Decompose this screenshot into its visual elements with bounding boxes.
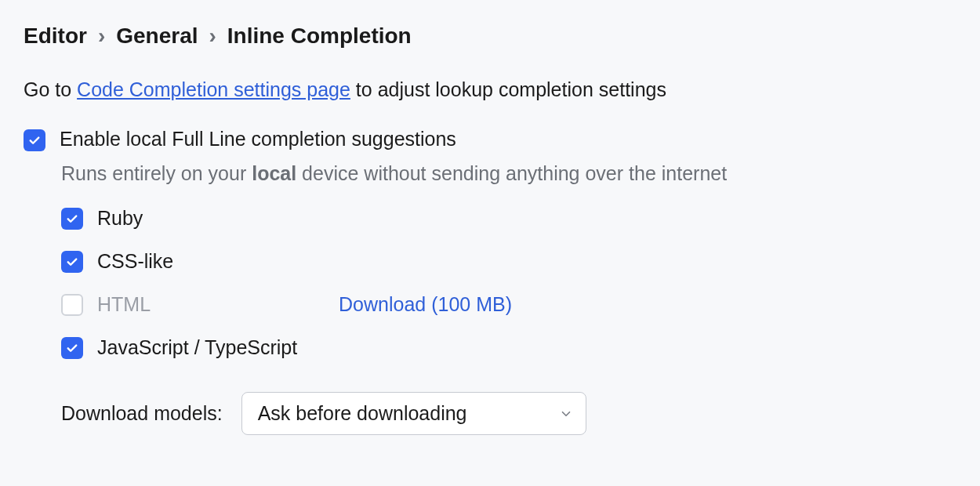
download-models-value: Ask before downloading bbox=[258, 402, 467, 425]
subtext-prefix: Runs entirely on your bbox=[61, 162, 252, 184]
info-prefix: Go to bbox=[24, 78, 77, 100]
lang-label-html: HTML bbox=[97, 293, 151, 316]
download-html-link[interactable]: Download (100 MB) bbox=[339, 293, 512, 316]
info-suffix: to adjust lookup completion settings bbox=[350, 78, 666, 100]
enable-full-line-subtext: Runs entirely on your local device witho… bbox=[61, 162, 956, 185]
breadcrumb: Editor › General › Inline Completion bbox=[24, 24, 956, 49]
lang-row-html: HTML Download (100 MB) bbox=[61, 293, 956, 316]
download-models-select[interactable]: Ask before downloading bbox=[241, 392, 586, 435]
enable-full-line-label: Enable local Full Line completion sugges… bbox=[60, 128, 456, 151]
code-completion-settings-link[interactable]: Code Completion settings page bbox=[77, 78, 350, 100]
lang-row-jsts: JavaScript / TypeScript bbox=[61, 336, 956, 359]
chevron-down-icon bbox=[559, 407, 573, 421]
download-models-label: Download models: bbox=[61, 402, 223, 425]
lang-label-ruby: Ruby bbox=[97, 207, 143, 230]
lang-label-jsts: JavaScript / TypeScript bbox=[97, 336, 297, 359]
check-icon bbox=[27, 133, 42, 147]
breadcrumb-item-general[interactable]: General bbox=[116, 24, 198, 49]
lang-checkbox-ruby[interactable] bbox=[61, 208, 83, 230]
check-icon bbox=[65, 212, 79, 226]
lang-checkbox-css[interactable] bbox=[61, 251, 83, 273]
subtext-bold: local bbox=[252, 162, 296, 184]
lang-label-css: CSS-like bbox=[97, 250, 173, 273]
lang-checkbox-html[interactable] bbox=[61, 294, 83, 316]
info-text: Go to Code Completion settings page to a… bbox=[24, 78, 956, 101]
check-icon bbox=[65, 341, 79, 355]
lang-row-ruby: Ruby bbox=[61, 207, 956, 230]
chevron-right-icon: › bbox=[98, 24, 105, 49]
breadcrumb-item-inline-completion: Inline Completion bbox=[227, 24, 412, 49]
enable-full-line-checkbox[interactable] bbox=[24, 129, 45, 151]
check-icon bbox=[65, 255, 79, 269]
download-models-row: Download models: Ask before downloading bbox=[61, 392, 956, 435]
lang-row-css: CSS-like bbox=[61, 250, 956, 273]
lang-checkbox-jsts[interactable] bbox=[61, 337, 83, 359]
chevron-right-icon: › bbox=[209, 24, 216, 49]
subtext-suffix: device without sending anything over the… bbox=[296, 162, 727, 184]
breadcrumb-item-editor[interactable]: Editor bbox=[24, 24, 87, 49]
language-list: Ruby CSS-like HTML Download (100 MB) Jav… bbox=[24, 207, 956, 359]
